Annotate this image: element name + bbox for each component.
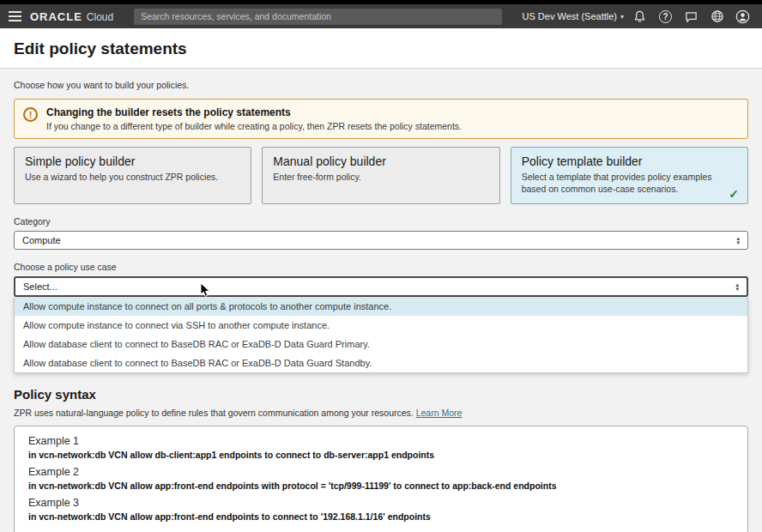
policy-syntax-heading: Policy syntax [14,387,748,402]
policy-syntax-description: ZPR uses natural-language policy to defi… [14,408,748,418]
warning-banner: ! Changing the builder resets the policy… [14,99,748,139]
warning-icon: ! [23,107,38,122]
warning-body: If you change to a different type of bui… [46,121,462,131]
page-title: Edit policy statements [14,39,748,58]
use-case-selected-value: Select... [23,281,57,292]
warning-title: Changing the builder resets the policy s… [46,106,462,118]
brand-oracle-text: ORACLE [30,10,82,23]
region-selector[interactable]: US Dev West (Seattle) ▾ [523,11,624,21]
builder-card-row: Simple policy builder Use a wizard to he… [14,147,748,204]
region-label: US Dev West (Seattle) [523,11,617,21]
hamburger-menu-icon[interactable] [9,11,21,21]
example-label: Example 3 [28,497,734,509]
search-placeholder: Search resources, services, and document… [141,11,331,21]
category-select[interactable]: Compute ▴▾ [14,231,748,250]
policy-syntax-desc-text: ZPR uses natural-language policy to defi… [14,408,414,418]
topbar-icon-group: ? [632,9,753,24]
select-chevrons-icon: ▴▾ [736,236,740,245]
learn-more-link[interactable]: Learn More [416,408,463,418]
page-header: Edit policy statements [0,28,762,69]
card-description: Select a template that provides policy e… [522,172,737,195]
example-label: Example 2 [28,466,734,478]
card-manual-policy-builder[interactable]: Manual policy builder Enter free-form po… [262,147,499,204]
brand-cloud-text: Cloud [87,11,113,23]
main-content: Choose how you want to build your polici… [0,80,762,532]
oracle-cloud-console: { "topbar": { "brand_oracle": "ORACLE", … [0,0,762,532]
search-input[interactable]: Search resources, services, and document… [134,9,501,25]
feedback-chat-icon[interactable] [684,9,698,24]
example-label: Example 1 [28,435,734,447]
policy-examples-box: Example 1 in vcn-network:db VCN allow db… [14,426,748,532]
card-description: Use a wizard to help you construct ZPR p… [25,172,240,184]
example-code: in vcn-network:db VCN allow app:front-en… [28,511,734,522]
example-code: in vcn-network:db VCN allow app:front-en… [28,481,734,491]
globe-language-icon[interactable] [710,9,724,24]
notifications-bell-icon[interactable] [632,9,647,24]
category-label: Category [14,216,748,227]
card-policy-template-builder[interactable]: Policy template builder Select a templat… [511,147,748,204]
top-navigation-bar: ORACLE Cloud Search resources, services,… [0,4,762,28]
builder-intro-text: Choose how you want to build your polici… [14,80,748,90]
use-case-select[interactable]: Select... ▴▾ [14,276,748,297]
selected-check-icon: ✓ [729,187,739,201]
use-case-label: Choose a policy use case [14,262,748,272]
card-title: Policy template builder [522,154,737,168]
card-description: Enter free-form policy. [273,172,488,184]
card-title: Manual policy builder [273,154,488,168]
warning-content: Changing the builder resets the policy s… [46,106,462,131]
oracle-cloud-logo[interactable]: ORACLE Cloud [30,10,113,23]
example-code: in vcn-network:db VCN allow db-client:ap… [28,450,734,460]
help-question-glyph: ? [659,10,672,23]
select-chevrons-icon: ▴▾ [735,282,739,291]
card-title: Simple policy builder [25,154,240,168]
dropdown-option-2[interactable]: Allow compute instance to connect via SS… [15,316,747,335]
user-profile-icon[interactable] [735,9,750,24]
category-selected-value: Compute [22,235,61,245]
dropdown-option-3[interactable]: Allow database client to connect to Base… [15,335,747,354]
use-case-dropdown-list: Allow compute instance to connect on all… [14,297,748,373]
chevron-down-icon: ▾ [620,13,624,21]
dropdown-option-4[interactable]: Allow database client to connect to Base… [15,354,747,372]
help-icon[interactable]: ? [658,9,673,24]
card-simple-policy-builder[interactable]: Simple policy builder Use a wizard to he… [14,147,251,204]
dropdown-option-1[interactable]: Allow compute instance to connect on all… [15,297,747,316]
